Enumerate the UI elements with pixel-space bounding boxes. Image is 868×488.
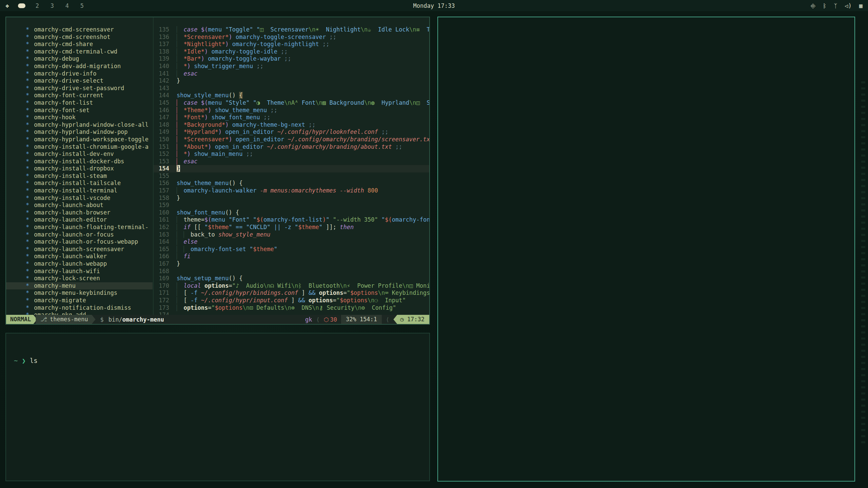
file-list-item[interactable]: *omarchy-install-steam xyxy=(6,172,153,180)
file-name: omarchy-launch-wifi xyxy=(34,268,100,274)
line-number: 161 xyxy=(154,216,169,224)
file-list-item[interactable]: *omarchy-font-list xyxy=(6,99,153,107)
file-list-item[interactable]: *omarchy-cmd-share xyxy=(6,41,153,48)
file-list-item[interactable]: *omarchy-install-dev-env xyxy=(6,150,153,158)
file-list-item[interactable]: *omarchy-install-tailscale xyxy=(6,180,153,187)
code-line[interactable]: 141▏ esac xyxy=(154,70,429,78)
code-line[interactable]: 171▏ [ -f ~/.config/hypr/bindings.conf ]… xyxy=(154,289,429,297)
file-list-item[interactable]: *omarchy-launch-or-focus-webapp xyxy=(6,238,153,246)
bluetooth-icon[interactable]: ᛒ xyxy=(823,2,826,9)
code-line[interactable]: 174 xyxy=(154,311,429,315)
exec-star-icon: * xyxy=(26,289,29,296)
file-list-item[interactable]: *omarchy-dev-add-migration xyxy=(6,63,153,70)
file-list-item[interactable]: *omarchy-hyprland-window-close-all xyxy=(6,121,153,129)
file-list-item[interactable]: *omarchy-install-vscode xyxy=(6,195,153,202)
code-line[interactable]: 154} xyxy=(154,165,429,172)
code-line[interactable]: 148▏ *Background*) omarchy-theme-bg-next… xyxy=(154,121,429,129)
file-list-item[interactable]: *omarchy-pkg-add xyxy=(6,311,153,315)
code-line[interactable]: 151▏ *About*) open_in_editor ~/.config/o… xyxy=(154,143,429,151)
code-line[interactable]: 156show_theme_menu() { xyxy=(154,180,429,187)
file-list-item[interactable]: *omarchy-cmd-screenshot xyxy=(6,34,153,41)
file-list-item[interactable]: *omarchy-launch-or-focus xyxy=(6,231,153,239)
code-line[interactable]: 138▏ *Idle*) omarchy-toggle-idle ;; xyxy=(154,48,429,56)
file-list-item[interactable]: *omarchy-launch-wifi xyxy=(6,268,153,275)
code-line[interactable]: 149▏ *Hyprland*) open_in_editor ~/.confi… xyxy=(154,128,429,136)
file-list-item[interactable]: *omarchy-menu xyxy=(6,282,153,290)
file-list-item[interactable]: *omarchy-cmd-terminal-cwd xyxy=(6,48,153,56)
file-list-item[interactable]: *omarchy-hyprland-workspace-toggle xyxy=(6,136,153,143)
code-line[interactable]: 164▏ else xyxy=(154,238,429,246)
code-line[interactable]: 157▏ omarchy-launch-walker -m menus:omar… xyxy=(154,187,429,195)
code-line[interactable]: 145▏ case $(menu "Style" "◑ Theme\nAᴬ Fo… xyxy=(154,99,429,107)
file-list-item[interactable]: *omarchy-install-chromium-google-a xyxy=(6,143,153,151)
workspace-4[interactable]: 4 xyxy=(64,2,70,9)
code-line[interactable]: 140▏ *) show_trigger_menu ;; xyxy=(154,63,429,70)
file-list-item[interactable]: *omarchy-drive-select xyxy=(6,77,153,85)
workspace-3[interactable]: 3 xyxy=(49,2,55,9)
code-line[interactable]: 163▏ ▏ back_to show_style_menu xyxy=(154,231,429,239)
file-name: omarchy-cmd-screenshot xyxy=(34,34,110,40)
file-list-item[interactable]: *omarchy-drive-set-password xyxy=(6,85,153,92)
file-list-item[interactable]: *omarchy-drive-info xyxy=(6,70,153,78)
code-line[interactable]: 165▏ ▏ omarchy-font-set "$theme" xyxy=(154,246,429,253)
code-line[interactable]: 147▏ *Font*) show_font_menu ;; xyxy=(154,114,429,121)
file-list-item[interactable]: *omarchy-launch-about xyxy=(6,202,153,209)
file-list-item[interactable]: *omarchy-install-terminal xyxy=(6,187,153,195)
file-list-item[interactable]: *omarchy-font-set xyxy=(6,107,153,114)
code-line[interactable]: 139▏ *Bar*) omarchy-toggle-waybar ;; xyxy=(154,55,429,63)
code-line[interactable]: 136▏ *Screensaver*) omarchy-toggle-scree… xyxy=(154,34,429,41)
code-line[interactable]: 143 xyxy=(154,85,429,92)
code-line[interactable]: 150▏ *Screensaver*) open_in_editor ~/.co… xyxy=(154,136,429,143)
workspace-2[interactable]: 2 xyxy=(34,2,40,9)
code-line[interactable]: 155 xyxy=(154,172,429,180)
code-line[interactable]: 162▏ if [[ "$theme" == "CNCLD" || -z "$t… xyxy=(154,224,429,231)
file-list-item[interactable]: *omarchy-install-dropbox xyxy=(6,165,153,172)
code-line[interactable]: 168 xyxy=(154,268,429,275)
code-line[interactable]: 152▏ *) show_main_menu ;; xyxy=(154,150,429,158)
file-list-item[interactable]: *omarchy-launch-editor xyxy=(6,216,153,224)
network-icon[interactable]: ᛉ xyxy=(834,2,837,9)
workspace-1-active[interactable] xyxy=(18,3,25,8)
code-line[interactable]: 153▏ esac xyxy=(154,158,429,165)
code-line[interactable]: 172▏ [ -f ~/.config/hypr/input.conf ] &&… xyxy=(154,297,429,304)
file-list-item[interactable]: *omarchy-launch-screensaver xyxy=(6,246,153,253)
code-line[interactable]: 146▏ *Theme*) show_theme_menu ;; xyxy=(154,107,429,114)
code-line[interactable]: 170▏ local options="♪ Audio\n☊ Wifi\nᛒ B… xyxy=(154,282,429,290)
terminal-window: ~❯ls xyxy=(5,333,430,481)
file-list-item[interactable]: *omarchy-hyprland-window-pop xyxy=(6,128,153,136)
file-list-item[interactable]: *omarchy-launch-browser xyxy=(6,209,153,217)
code-line[interactable]: 160show_font_menu() { xyxy=(154,209,429,217)
line-number: 136 xyxy=(154,34,169,41)
code-line[interactable]: 173▏ options="$options\n⊡ Defaults\n⊕ DN… xyxy=(154,304,429,312)
file-list-item[interactable]: *omarchy-notification-dismiss xyxy=(6,304,153,312)
logout-icon[interactable]: ⎆ xyxy=(811,2,815,9)
file-list-item[interactable]: *omarchy-install-docker-dbs xyxy=(6,158,153,165)
code-line[interactable]: 135▏ case $(menu "Toggle" "◫ Screensaver… xyxy=(154,26,429,34)
line-number: 146 xyxy=(154,107,169,114)
file-list-item[interactable]: *omarchy-launch-webapp xyxy=(6,260,153,268)
code-line[interactable]: 161▏ theme=$(menu "Font" "$(omarchy-font… xyxy=(154,216,429,224)
file-list-item[interactable]: *omarchy-launch-floating-terminal- xyxy=(6,224,153,231)
code-line[interactable]: 159 xyxy=(154,202,429,209)
file-list-item[interactable]: *omarchy-cmd-screensaver xyxy=(6,26,153,34)
exec-star-icon: * xyxy=(26,304,29,311)
code-line[interactable]: 166▏ fi xyxy=(154,253,429,260)
code-line[interactable]: 137▏ *Nightlight*) omarchy-toggle-nightl… xyxy=(154,41,429,48)
chip-icon[interactable]: ▦ xyxy=(859,2,863,9)
file-list-item[interactable]: *omarchy-migrate xyxy=(6,297,153,304)
file-list-item[interactable]: *omarchy-hook xyxy=(6,114,153,121)
file-list-item[interactable]: *omarchy-menu-keybindings xyxy=(6,289,153,297)
file-list-item[interactable]: *omarchy-lock-screen xyxy=(6,275,153,282)
volume-icon[interactable]: ◁) xyxy=(845,2,851,9)
workspace-5[interactable]: 5 xyxy=(79,2,85,9)
line-number: 155 xyxy=(154,172,169,180)
code-line[interactable]: 144show_style_menu() { xyxy=(154,92,429,99)
code-line[interactable]: 167} xyxy=(154,260,429,268)
file-list-item[interactable]: *omarchy-launch-walker xyxy=(6,253,153,260)
file-list-item[interactable]: *omarchy-font-current xyxy=(6,92,153,99)
code-line[interactable]: 169show_setup_menu() { xyxy=(154,275,429,282)
code-line[interactable]: 142} xyxy=(154,77,429,85)
code-line[interactable]: 158} xyxy=(154,195,429,202)
file-list-item[interactable]: *omarchy-debug xyxy=(6,55,153,63)
omarchy-logo-icon[interactable]: ❖ xyxy=(5,2,9,9)
